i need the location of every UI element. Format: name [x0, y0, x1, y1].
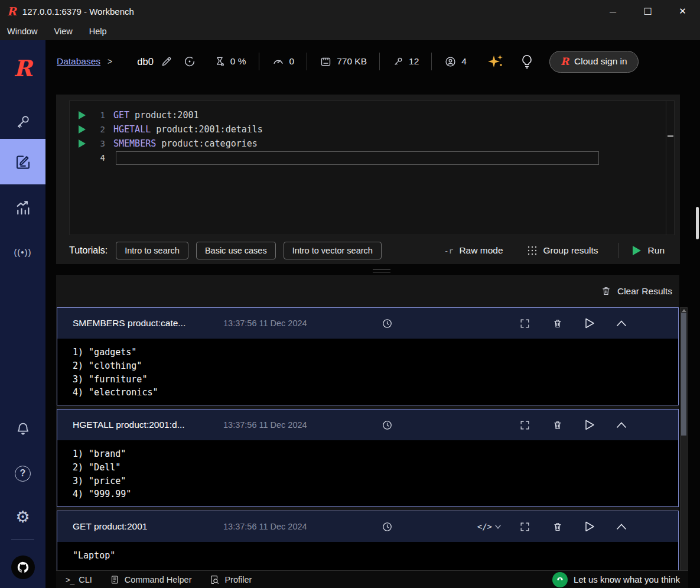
window-scrollbar-thumb[interactable]	[696, 207, 699, 239]
notifications-button[interactable]	[0, 414, 45, 444]
tutorial-intro-to-search-button[interactable]: Intro to search	[116, 242, 188, 259]
delete-result-button[interactable]	[552, 420, 563, 431]
collapse-result-button[interactable]	[617, 422, 626, 428]
active-line-cursor-box[interactable]	[116, 151, 599, 165]
result-timestamp: 13:37:56 11 Dec 2024	[223, 420, 382, 430]
feedback-link[interactable]: Let us know what you think	[552, 572, 680, 587]
group-results-toggle[interactable]: Group results	[543, 245, 598, 256]
editor-scrollbar[interactable]	[666, 101, 674, 235]
execution-time-icon	[382, 521, 393, 532]
fullscreen-button[interactable]	[519, 420, 530, 431]
lightbulb-icon	[520, 54, 534, 69]
scroll-up-arrow[interactable]	[682, 309, 686, 312]
run-line-button[interactable]	[70, 139, 93, 148]
command-keyword: GET	[113, 110, 129, 121]
result-card-hgetall: HGETALL product:2001:d... 13:37:56 11 De…	[57, 409, 679, 507]
run-button[interactable]: Run	[632, 245, 665, 256]
sidebar-item-analytics[interactable]	[0, 193, 45, 223]
close-button[interactable]: ✕	[665, 0, 700, 22]
sidebar-item-browser[interactable]	[0, 106, 45, 137]
cli-icon: >_	[66, 575, 74, 584]
panel-resize-handle[interactable]	[373, 269, 390, 272]
github-link[interactable]	[0, 552, 45, 583]
tutorials-label: Tutorials:	[69, 245, 108, 256]
command-helper-button[interactable]: Command Helper	[110, 574, 192, 585]
menu-view[interactable]: View	[54, 27, 73, 36]
auto-refresh-button[interactable]	[183, 55, 196, 68]
editor-line-4-active[interactable]: 4	[70, 151, 674, 165]
cpu-value: 0 %	[230, 56, 246, 67]
db-name: db0	[137, 56, 154, 67]
chevron-up-icon	[617, 422, 626, 428]
clear-results-label: Clear Results	[617, 286, 672, 297]
view-switcher-dropdown[interactable]: </>	[477, 522, 501, 531]
key-icon	[15, 113, 31, 130]
analytics-chart-icon	[14, 199, 32, 217]
rerun-command-button[interactable]	[585, 420, 595, 430]
cloud-sign-in-button[interactable]: R Cloud sign in	[549, 51, 639, 73]
insights-button[interactable]	[520, 54, 534, 69]
redis-home-logo[interactable]: R	[0, 53, 45, 84]
window-titlebar: R 127.0.0.1:6379 - Workbench ─ □ ✕	[0, 0, 700, 22]
run-line-button[interactable]	[70, 125, 93, 134]
workbench-editor-panel: 1 GET product:2001 2 HGETALL product:200…	[56, 95, 680, 264]
menu-help[interactable]: Help	[89, 27, 107, 36]
cpu-usage-stat: 0 %	[214, 56, 246, 67]
play-icon	[78, 139, 86, 148]
group-results-icon	[527, 245, 538, 256]
delete-result-button[interactable]	[552, 521, 563, 532]
bottom-toolbar: >_ CLI Command Helper Profiler Let us kn…	[56, 570, 688, 588]
window-title: 127.0.0.1:6379 - Workbench	[22, 7, 134, 17]
result-card-header[interactable]: HGETALL product:2001:d... 13:37:56 11 De…	[57, 410, 678, 440]
result-card-header[interactable]: SMEMBERS product:cate... 13:37:56 11 Dec…	[57, 308, 678, 339]
maximize-button[interactable]: □	[630, 0, 665, 22]
breadcrumb-databases-link[interactable]: Databases	[57, 56, 100, 67]
settings-button[interactable]: ⚙	[0, 502, 45, 532]
result-command-title: GET product:2001	[73, 521, 223, 532]
cli-button[interactable]: >_ CLI	[66, 575, 92, 584]
pencil-icon	[161, 56, 172, 67]
tutorial-basic-use-cases-button[interactable]: Basic use cases	[196, 242, 276, 259]
result-line: 1) "brand"	[73, 447, 678, 461]
window-controls: ─ □ ✕	[595, 0, 700, 22]
profiler-button[interactable]: Profiler	[209, 574, 252, 585]
expand-icon	[519, 318, 530, 329]
results-scrollbar-thumb[interactable]	[681, 313, 686, 436]
document-icon	[110, 574, 120, 585]
sidebar-item-pubsub[interactable]: ((•))	[0, 236, 45, 267]
hourglass-icon	[214, 56, 226, 67]
query-editor[interactable]: 1 GET product:2001 2 HGETALL product:200…	[69, 100, 675, 235]
rerun-command-button[interactable]	[585, 521, 595, 532]
clients-stat: 4	[444, 56, 467, 68]
keys-value: 12	[409, 56, 419, 67]
fullscreen-button[interactable]	[519, 318, 530, 329]
menu-window[interactable]: Window	[7, 27, 38, 36]
editor-scrollbar-thumb[interactable]	[668, 135, 673, 137]
results-scrollbar[interactable]	[680, 307, 688, 582]
profiler-label: Profiler	[224, 575, 252, 584]
sidebar-item-workbench-selected[interactable]	[0, 139, 45, 184]
help-button[interactable]: ?	[0, 458, 45, 489]
clear-results-button[interactable]: Clear Results	[601, 285, 672, 297]
result-card-header[interactable]: GET product:2001 13:37:56 11 Dec 2024 </…	[57, 511, 678, 542]
copilot-button[interactable]	[487, 53, 504, 70]
play-icon	[78, 111, 86, 119]
memory-stat: 770 KB	[320, 56, 367, 68]
collapse-result-button[interactable]	[617, 320, 626, 326]
raw-mode-toggle[interactable]: Raw mode	[459, 245, 503, 256]
rerun-command-button[interactable]	[585, 318, 595, 329]
menubar: Window View Help	[0, 22, 700, 40]
result-line: "Laptop"	[73, 549, 678, 563]
toolbar-divider	[379, 53, 380, 70]
edit-db-alias-button[interactable]	[161, 56, 172, 67]
fullscreen-button[interactable]	[519, 521, 530, 532]
toolbar-divider	[431, 53, 432, 70]
delete-result-button[interactable]	[552, 318, 563, 329]
collapse-result-button[interactable]	[617, 524, 626, 529]
run-line-button[interactable]	[70, 111, 93, 119]
trash-icon	[552, 521, 563, 532]
redis-logo-icon: R	[7, 6, 17, 17]
tutorial-intro-to-vector-search-button[interactable]: Intro to vector search	[284, 242, 382, 259]
minimize-button[interactable]: ─	[595, 0, 630, 22]
line-number: 3	[93, 139, 113, 148]
